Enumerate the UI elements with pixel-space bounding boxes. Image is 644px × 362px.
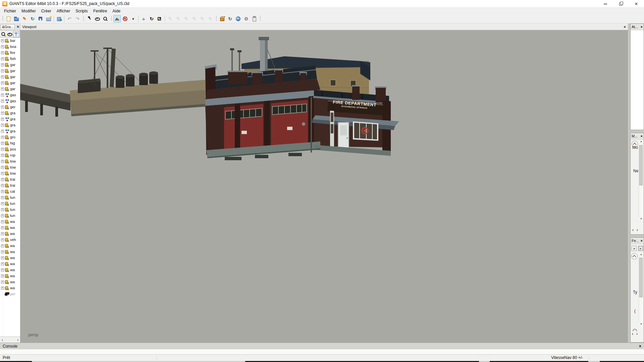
scenegraph-tab[interactable]: &Gra... [1, 24, 15, 30]
tree-expander-icon[interactable] [1, 75, 4, 78]
rotate-tool-button[interactable] [148, 15, 155, 22]
terrain-sculpt-button-5[interactable] [199, 15, 206, 22]
tree-item[interactable]: tow [0, 164, 20, 170]
tree-expander-icon[interactable] [1, 226, 4, 229]
tree-expander-icon[interactable] [1, 178, 4, 181]
tree-item[interactable]: gas [0, 98, 20, 104]
tree-expander-icon[interactable] [1, 238, 4, 241]
tree-expander-icon[interactable] [1, 184, 4, 187]
tree-expander-icon[interactable] [1, 69, 4, 72]
console-close-icon[interactable]: × [639, 344, 641, 349]
tree-expander-icon[interactable] [1, 244, 4, 247]
bottom-scroll-thumb[interactable] [639, 258, 643, 297]
tab-scroll-left-button[interactable]: ◄ [631, 246, 637, 251]
tree-item[interactable]: trai [0, 176, 20, 182]
attributes-close-icon[interactable]: × [641, 25, 643, 29]
collapse-arc-icon[interactable] [633, 329, 637, 331]
tree-expander-icon[interactable] [1, 124, 4, 127]
world-settings-button[interactable] [234, 15, 242, 22]
tree-item[interactable]: gar [0, 74, 20, 80]
tree-item[interactable]: pos [0, 146, 20, 152]
zoom-tool-button[interactable] [102, 15, 109, 22]
tree-item[interactable]: wa [0, 279, 20, 285]
toolbar-handle[interactable] [110, 15, 112, 22]
minimize-button[interactable] [598, 0, 613, 7]
scroll-right-icon[interactable]: › [15, 338, 20, 342]
tree-expander-icon[interactable] [1, 214, 4, 217]
tree-item[interactable]: hig [0, 140, 20, 146]
tree-expander-icon[interactable] [1, 51, 4, 54]
toolbar-separator[interactable] [138, 15, 139, 22]
tree-item[interactable]: ger [0, 104, 20, 110]
export-button[interactable] [45, 15, 52, 22]
tree-item[interactable]: per [0, 291, 20, 297]
tree-expander-icon[interactable] [1, 136, 4, 139]
scroll-down-icon[interactable]: ▼ [639, 323, 643, 325]
tree-expander-icon[interactable] [1, 160, 4, 163]
tree-item[interactable]: tow [0, 158, 20, 164]
reload-all-button[interactable] [226, 15, 234, 22]
tree-expander-icon[interactable] [1, 45, 4, 48]
tree-expander-icon[interactable] [1, 81, 4, 84]
bottom-vscrollbar[interactable] [639, 257, 643, 323]
scroll-up-icon[interactable]: ▲ [639, 140, 643, 142]
tree-item[interactable]: wa [0, 249, 20, 255]
select-tool-button[interactable] [86, 15, 93, 22]
scroll-down-icon[interactable]: ▼ [639, 218, 643, 220]
tree-item[interactable]: gra [0, 110, 20, 116]
preferences-button[interactable] [243, 15, 250, 22]
toolbar-separator[interactable] [54, 15, 54, 22]
tree-expander-icon[interactable] [1, 287, 4, 290]
tree-item[interactable]: wa [0, 231, 20, 237]
tree-expander-icon[interactable] [1, 154, 4, 157]
toolbar-separator[interactable] [64, 15, 64, 22]
tree-expander-icon[interactable] [1, 112, 4, 115]
tree-item[interactable]: bar [0, 38, 20, 44]
menu-item[interactable]: Aide [110, 8, 123, 14]
tree-item[interactable]: gar [0, 80, 20, 86]
tree-expander-icon[interactable] [1, 232, 4, 235]
tree-item[interactable]: gra [0, 122, 20, 128]
tree-expander-icon[interactable] [1, 94, 4, 97]
tree-expander-icon[interactable] [1, 172, 4, 175]
tree-expander-icon[interactable] [1, 281, 4, 284]
menu-item[interactable]: Scripts [73, 8, 91, 14]
filter-button[interactable] [13, 31, 19, 37]
tree-expander-icon[interactable] [1, 148, 4, 151]
search-button[interactable] [0, 31, 6, 37]
terrain-tool-button[interactable] [113, 15, 121, 22]
tree-item[interactable]: gar [0, 86, 20, 92]
menu-item[interactable]: Modifier [19, 8, 39, 14]
scenegraph-close-icon[interactable]: × [17, 24, 19, 29]
redo-button[interactable] [74, 15, 81, 22]
tree-item[interactable]: gra [0, 128, 20, 134]
tree-expander-icon[interactable] [1, 63, 4, 66]
scale-tool-button[interactable] [156, 15, 163, 22]
tree-item[interactable]: fire [0, 50, 20, 56]
tree-item[interactable]: wa [0, 219, 20, 225]
terrain-sculpt-button-1[interactable] [166, 15, 174, 22]
tree-expander-icon[interactable] [1, 190, 4, 193]
open-file-button[interactable] [13, 15, 20, 22]
scenegraph-hscrollbar[interactable]: ‹ › [0, 337, 20, 343]
terrain-sculpt-button-3[interactable] [182, 15, 190, 22]
scroll-up-icon[interactable]: ▲ [639, 253, 643, 255]
materials-vscrollbar[interactable] [639, 144, 643, 217]
tree-expander-icon[interactable] [1, 57, 4, 60]
tree-item[interactable]: boa [0, 44, 20, 50]
menu-item[interactable]: Fenêtre [91, 8, 110, 14]
tree-expander-icon[interactable] [1, 256, 4, 259]
tree-expander-icon[interactable] [1, 106, 4, 109]
tree-expander-icon[interactable] [1, 130, 4, 133]
tree-item[interactable]: wa [0, 261, 20, 267]
tree-item[interactable]: gar [0, 68, 20, 74]
brush-dropdown[interactable] [129, 15, 137, 22]
scroll-right-icon[interactable]: › [636, 331, 638, 336]
add-object-button[interactable] [55, 15, 63, 22]
tree-item[interactable]: cat [0, 188, 20, 194]
clipboard-button[interactable] [251, 15, 258, 22]
tree-expander-icon[interactable] [1, 262, 4, 265]
tree-item[interactable]: tun [0, 200, 20, 206]
scroll-left-icon[interactable]: ‹ [0, 338, 5, 342]
toolbar-handle[interactable] [1, 15, 4, 22]
